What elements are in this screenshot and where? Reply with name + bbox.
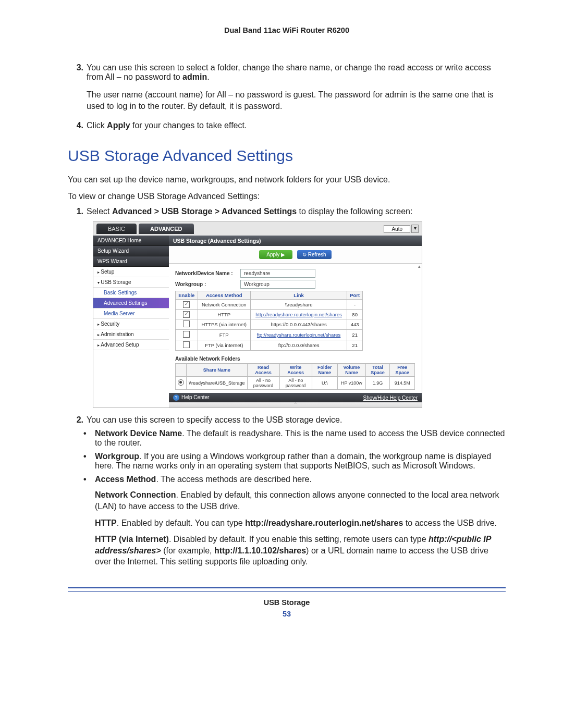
am-row: FTPftp://readyshare.routerlogin.net/shar… bbox=[176, 330, 363, 340]
footer-page-number: 53 bbox=[68, 610, 506, 618]
am-row: HTTPS (via internet)https://0.0.0.0:443/… bbox=[176, 319, 363, 330]
intro-paragraph: You can set up the device name, workgrou… bbox=[68, 174, 506, 186]
bullet-network-device-name: Network Device Name. The default is read… bbox=[95, 429, 506, 448]
help-center-link[interactable]: Help Center bbox=[173, 394, 209, 401]
workgroup-label: Workgroup : bbox=[175, 281, 240, 287]
am-header-link: Link bbox=[250, 291, 347, 300]
step-2-text: You can use this screen to specify acces… bbox=[87, 415, 506, 425]
footer-rule-1 bbox=[68, 587, 506, 588]
step-number-1: 1. bbox=[68, 207, 87, 216]
am-header-method: Access Method bbox=[198, 291, 250, 300]
sidebar-item-advanced-settings[interactable]: Advanced Settings bbox=[93, 298, 169, 309]
anf-h-total: Total Space bbox=[365, 364, 390, 377]
sidebar-item-administration[interactable]: Administration bbox=[93, 329, 169, 340]
footer-rule-2 bbox=[68, 591, 506, 592]
am-enable-checkbox[interactable] bbox=[183, 311, 190, 318]
step-number-3: 3. bbox=[68, 63, 87, 117]
scroll-up-icon[interactable]: ▴ bbox=[418, 264, 421, 269]
step-3-text: You can use this screen to select a fold… bbox=[87, 63, 506, 117]
step-4-text: Click Apply for your changes to take eff… bbox=[87, 121, 506, 130]
access-method-http-via-internet: HTTP (via Internet). Disabled by default… bbox=[95, 534, 506, 567]
anf-h-read: Read Access bbox=[247, 364, 279, 377]
access-method-http: HTTP. Enabled by default. You can type h… bbox=[95, 517, 506, 529]
anf-h-folder: Folder Name bbox=[312, 364, 337, 377]
step-number-4: 4. bbox=[68, 121, 87, 130]
tab-advanced[interactable]: ADVANCED bbox=[139, 224, 194, 234]
available-network-folders-title: Available Network Folders bbox=[175, 356, 415, 362]
section-heading: USB Storage Advanced Settings bbox=[68, 147, 506, 165]
auto-select[interactable]: Auto bbox=[384, 225, 410, 233]
doc-header: Dual Band 11ac WiFi Router R6200 bbox=[68, 26, 506, 34]
am-enable-checkbox[interactable] bbox=[183, 331, 190, 338]
sidebar-item-security[interactable]: Security bbox=[93, 319, 169, 329]
am-enable-checkbox[interactable] bbox=[183, 301, 190, 308]
intro-paragraph-2: To view or change USB Storage Advanced S… bbox=[68, 191, 506, 202]
workgroup-input[interactable]: Workgroup bbox=[240, 280, 315, 289]
anf-h-vol: Volume Name bbox=[338, 364, 366, 377]
router-ui-screenshot: BASIC ADVANCED Auto ▾ ADVANCED Home Setu… bbox=[93, 221, 422, 408]
anf-row-radio[interactable] bbox=[178, 379, 184, 386]
am-enable-checkbox[interactable] bbox=[183, 320, 190, 327]
sidebar-item-advanced-setup[interactable]: Advanced Setup bbox=[93, 340, 169, 350]
sidebar: ADVANCED Home Setup Wizard WPS Wizard Se… bbox=[93, 236, 169, 408]
bullet-workgroup: Workgroup. If you are using a Windows wo… bbox=[95, 452, 506, 471]
sidebar-item-setup-wizard[interactable]: Setup Wizard bbox=[93, 246, 169, 256]
am-enable-checkbox[interactable] bbox=[183, 341, 190, 348]
footer-title: USB Storage bbox=[68, 598, 506, 607]
am-link[interactable]: http://readyshare.routerlogin.net/shares bbox=[255, 312, 342, 317]
sidebar-item-basic-settings[interactable]: Basic Settings bbox=[93, 288, 169, 298]
step-number-2: 2. bbox=[68, 415, 87, 425]
network-device-name-label: Network/Device Name : bbox=[175, 270, 240, 276]
bullet-access-method: Access Method. The access methods are de… bbox=[95, 475, 506, 484]
am-link[interactable]: ftp://readyshare.routerlogin.net/shares bbox=[257, 332, 341, 338]
bullet-icon: • bbox=[83, 429, 95, 448]
anf-h-free: Free Space bbox=[390, 364, 415, 377]
available-network-folders-table: Share Name Read Access Write Access Fold… bbox=[175, 363, 415, 390]
show-hide-help-center[interactable]: Show/Hide Help Center bbox=[363, 395, 418, 401]
auto-select-dropdown-icon[interactable]: ▾ bbox=[411, 225, 419, 233]
bullet-icon: • bbox=[83, 452, 95, 471]
bullet-icon: • bbox=[83, 475, 95, 484]
step-1-text: Select Advanced > USB Storage > Advanced… bbox=[87, 207, 506, 216]
am-row: FTP (via internet)ftp://0.0.0.0/shares21 bbox=[176, 340, 363, 351]
panel-title: USB Storage (Advanced Settings) bbox=[169, 236, 422, 246]
am-header-enable: Enable bbox=[176, 291, 198, 300]
am-header-port: Port bbox=[347, 291, 363, 300]
sidebar-item-wps-wizard[interactable]: WPS Wizard bbox=[93, 256, 169, 267]
am-row: HTTPhttp://readyshare.routerlogin.net/sh… bbox=[176, 310, 363, 319]
anf-row[interactable]: \\readyshare\USB_Storage All - no passwo… bbox=[176, 377, 415, 390]
access-method-table: Enable Access Method Link Port Network C… bbox=[175, 291, 363, 351]
am-row: Network Connection\\readyshare- bbox=[176, 300, 363, 310]
anf-h-share: Share Name bbox=[187, 364, 248, 377]
sidebar-item-setup[interactable]: Setup bbox=[93, 267, 169, 277]
sidebar-item-usb-storage[interactable]: USB Storage bbox=[93, 277, 169, 288]
apply-button[interactable]: Apply ▶ bbox=[259, 250, 292, 259]
sidebar-item-advanced-home[interactable]: ADVANCED Home bbox=[93, 236, 169, 246]
anf-h-write: Write Access bbox=[279, 364, 312, 377]
sidebar-item-media-server[interactable]: Media Server bbox=[93, 309, 169, 319]
drawer-handle-icon[interactable]: ⌃ bbox=[169, 402, 422, 408]
tab-basic[interactable]: BASIC bbox=[96, 224, 137, 234]
network-device-name-input[interactable]: readyshare bbox=[240, 269, 315, 278]
refresh-button[interactable]: ↻ Refresh bbox=[297, 250, 332, 259]
access-method-network-connection: Network Connection. Enabled by default, … bbox=[95, 489, 506, 512]
